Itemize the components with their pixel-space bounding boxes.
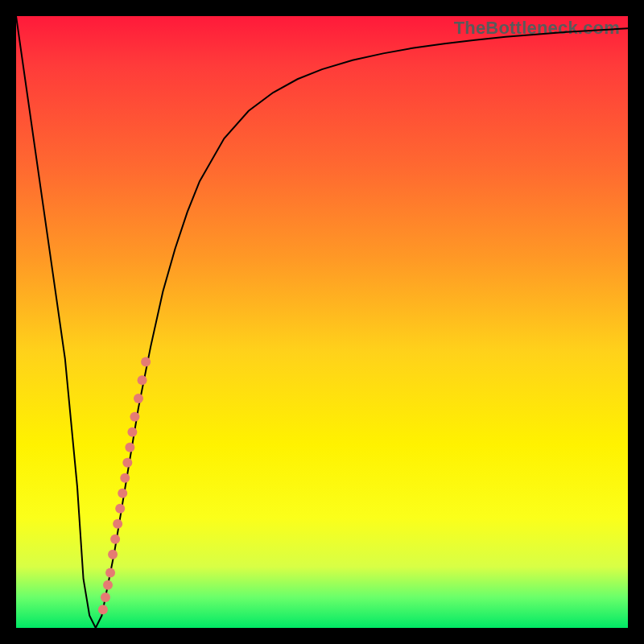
data-point — [113, 519, 122, 529]
data-point — [141, 357, 151, 366]
data-point — [105, 568, 115, 578]
data-point — [108, 550, 118, 559]
plot-area: TheBottleneck.com — [16, 16, 628, 628]
chart-overlay — [16, 16, 628, 628]
data-point — [115, 504, 125, 514]
data-point — [110, 535, 120, 544]
data-point — [125, 443, 134, 452]
data-point — [120, 473, 130, 483]
data-point — [138, 375, 147, 385]
data-point — [134, 394, 143, 403]
data-point — [118, 489, 127, 498]
chart-frame: TheBottleneck.com — [0, 0, 644, 644]
data-point — [130, 412, 139, 422]
data-points — [98, 357, 151, 614]
data-point — [98, 605, 108, 614]
data-point — [101, 592, 110, 602]
data-point — [127, 427, 137, 437]
data-point — [103, 580, 113, 590]
data-point — [122, 458, 132, 468]
bottleneck-curve — [16, 16, 628, 628]
